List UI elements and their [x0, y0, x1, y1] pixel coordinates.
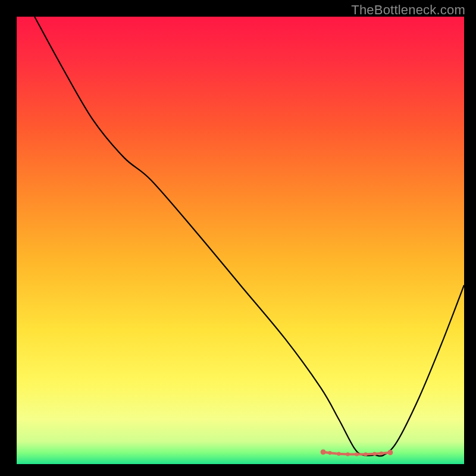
highlight-marker-dot	[337, 452, 340, 456]
watermark-text: TheBottleneck.com	[351, 2, 465, 18]
highlight-marker-dot	[346, 452, 349, 456]
highlight-marker-dot	[364, 452, 367, 456]
highlight-marker-dot	[387, 450, 393, 455]
highlight-marker-dot	[328, 451, 331, 455]
chart-root: { "watermark": "TheBottleneck.com", "cha…	[0, 0, 476, 476]
highlight-marker-dot	[372, 452, 376, 456]
bottleneck-chart	[0, 0, 476, 476]
highlight-marker-dot	[355, 452, 358, 456]
highlight-marker-dot	[380, 452, 383, 455]
highlight-marker-dot	[321, 449, 326, 455]
plot-gradient-bg	[17, 17, 464, 464]
